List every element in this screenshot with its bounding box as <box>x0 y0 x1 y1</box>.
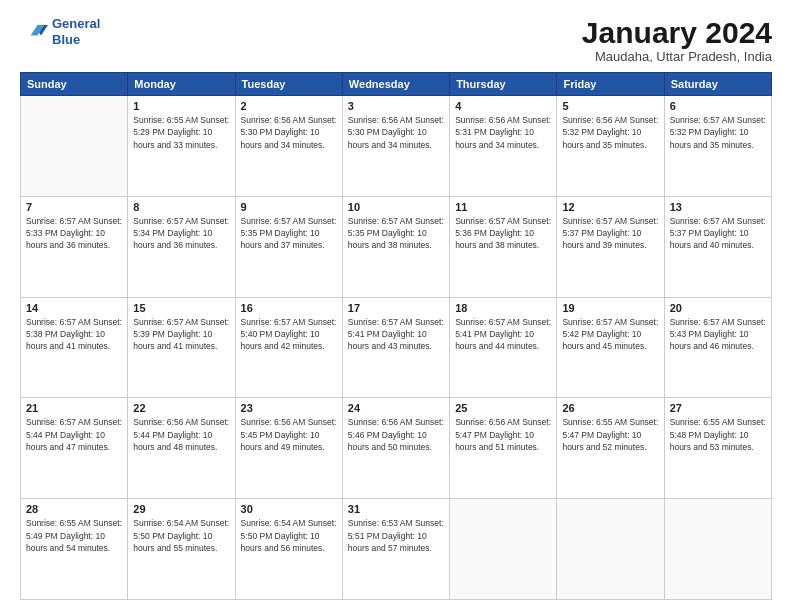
day-info: Sunrise: 6:55 AM Sunset: 5:47 PM Dayligh… <box>562 416 658 453</box>
day-cell <box>21 96 128 197</box>
day-cell: 26Sunrise: 6:55 AM Sunset: 5:47 PM Dayli… <box>557 398 664 499</box>
day-cell: 18Sunrise: 6:57 AM Sunset: 5:41 PM Dayli… <box>450 297 557 398</box>
day-number: 5 <box>562 100 658 112</box>
day-cell: 25Sunrise: 6:56 AM Sunset: 5:47 PM Dayli… <box>450 398 557 499</box>
calendar-body: 1Sunrise: 6:55 AM Sunset: 5:29 PM Daylig… <box>21 96 772 600</box>
week-row-4: 28Sunrise: 6:55 AM Sunset: 5:49 PM Dayli… <box>21 499 772 600</box>
day-number: 30 <box>241 503 337 515</box>
day-cell: 19Sunrise: 6:57 AM Sunset: 5:42 PM Dayli… <box>557 297 664 398</box>
day-info: Sunrise: 6:57 AM Sunset: 5:32 PM Dayligh… <box>670 114 766 151</box>
day-number: 21 <box>26 402 122 414</box>
day-info: Sunrise: 6:57 AM Sunset: 5:35 PM Dayligh… <box>348 215 444 252</box>
weekday-header-tuesday: Tuesday <box>235 73 342 96</box>
day-cell <box>664 499 771 600</box>
day-number: 1 <box>133 100 229 112</box>
week-row-0: 1Sunrise: 6:55 AM Sunset: 5:29 PM Daylig… <box>21 96 772 197</box>
day-info: Sunrise: 6:55 AM Sunset: 5:29 PM Dayligh… <box>133 114 229 151</box>
day-info: Sunrise: 6:57 AM Sunset: 5:37 PM Dayligh… <box>670 215 766 252</box>
calendar-table: SundayMondayTuesdayWednesdayThursdayFrid… <box>20 72 772 600</box>
day-cell: 2Sunrise: 6:56 AM Sunset: 5:30 PM Daylig… <box>235 96 342 197</box>
day-number: 4 <box>455 100 551 112</box>
day-cell: 1Sunrise: 6:55 AM Sunset: 5:29 PM Daylig… <box>128 96 235 197</box>
day-cell: 10Sunrise: 6:57 AM Sunset: 5:35 PM Dayli… <box>342 196 449 297</box>
day-info: Sunrise: 6:57 AM Sunset: 5:44 PM Dayligh… <box>26 416 122 453</box>
day-info: Sunrise: 6:57 AM Sunset: 5:38 PM Dayligh… <box>26 316 122 353</box>
day-cell: 13Sunrise: 6:57 AM Sunset: 5:37 PM Dayli… <box>664 196 771 297</box>
day-number: 16 <box>241 302 337 314</box>
day-info: Sunrise: 6:56 AM Sunset: 5:30 PM Dayligh… <box>241 114 337 151</box>
day-info: Sunrise: 6:53 AM Sunset: 5:51 PM Dayligh… <box>348 517 444 554</box>
day-cell: 20Sunrise: 6:57 AM Sunset: 5:43 PM Dayli… <box>664 297 771 398</box>
day-number: 13 <box>670 201 766 213</box>
day-info: Sunrise: 6:57 AM Sunset: 5:41 PM Dayligh… <box>348 316 444 353</box>
page: General Blue January 2024 Maudaha, Uttar… <box>0 0 792 612</box>
day-info: Sunrise: 6:55 AM Sunset: 5:48 PM Dayligh… <box>670 416 766 453</box>
logo-line1: General <box>52 16 100 31</box>
day-number: 18 <box>455 302 551 314</box>
day-number: 28 <box>26 503 122 515</box>
day-number: 29 <box>133 503 229 515</box>
day-cell <box>557 499 664 600</box>
day-number: 24 <box>348 402 444 414</box>
subtitle: Maudaha, Uttar Pradesh, India <box>582 49 772 64</box>
day-info: Sunrise: 6:56 AM Sunset: 5:44 PM Dayligh… <box>133 416 229 453</box>
day-info: Sunrise: 6:57 AM Sunset: 5:43 PM Dayligh… <box>670 316 766 353</box>
day-cell: 31Sunrise: 6:53 AM Sunset: 5:51 PM Dayli… <box>342 499 449 600</box>
day-info: Sunrise: 6:57 AM Sunset: 5:41 PM Dayligh… <box>455 316 551 353</box>
weekday-header-row: SundayMondayTuesdayWednesdayThursdayFrid… <box>21 73 772 96</box>
logo: General Blue <box>20 16 100 47</box>
day-cell: 23Sunrise: 6:56 AM Sunset: 5:45 PM Dayli… <box>235 398 342 499</box>
logo-icon <box>20 18 48 46</box>
logo-line2: Blue <box>52 32 80 47</box>
day-cell: 3Sunrise: 6:56 AM Sunset: 5:30 PM Daylig… <box>342 96 449 197</box>
day-number: 10 <box>348 201 444 213</box>
day-cell: 16Sunrise: 6:57 AM Sunset: 5:40 PM Dayli… <box>235 297 342 398</box>
day-info: Sunrise: 6:56 AM Sunset: 5:32 PM Dayligh… <box>562 114 658 151</box>
weekday-header-sunday: Sunday <box>21 73 128 96</box>
day-number: 14 <box>26 302 122 314</box>
day-cell: 28Sunrise: 6:55 AM Sunset: 5:49 PM Dayli… <box>21 499 128 600</box>
day-number: 3 <box>348 100 444 112</box>
day-cell: 5Sunrise: 6:56 AM Sunset: 5:32 PM Daylig… <box>557 96 664 197</box>
weekday-header-monday: Monday <box>128 73 235 96</box>
day-info: Sunrise: 6:55 AM Sunset: 5:49 PM Dayligh… <box>26 517 122 554</box>
weekday-header-friday: Friday <box>557 73 664 96</box>
day-info: Sunrise: 6:57 AM Sunset: 5:40 PM Dayligh… <box>241 316 337 353</box>
weekday-header-wednesday: Wednesday <box>342 73 449 96</box>
logo-text: General Blue <box>52 16 100 47</box>
day-number: 12 <box>562 201 658 213</box>
day-info: Sunrise: 6:56 AM Sunset: 5:45 PM Dayligh… <box>241 416 337 453</box>
day-cell: 21Sunrise: 6:57 AM Sunset: 5:44 PM Dayli… <box>21 398 128 499</box>
day-info: Sunrise: 6:57 AM Sunset: 5:35 PM Dayligh… <box>241 215 337 252</box>
day-number: 23 <box>241 402 337 414</box>
day-info: Sunrise: 6:54 AM Sunset: 5:50 PM Dayligh… <box>133 517 229 554</box>
day-info: Sunrise: 6:56 AM Sunset: 5:46 PM Dayligh… <box>348 416 444 453</box>
day-info: Sunrise: 6:57 AM Sunset: 5:33 PM Dayligh… <box>26 215 122 252</box>
day-info: Sunrise: 6:57 AM Sunset: 5:37 PM Dayligh… <box>562 215 658 252</box>
day-number: 2 <box>241 100 337 112</box>
day-number: 15 <box>133 302 229 314</box>
day-info: Sunrise: 6:57 AM Sunset: 5:42 PM Dayligh… <box>562 316 658 353</box>
day-info: Sunrise: 6:57 AM Sunset: 5:34 PM Dayligh… <box>133 215 229 252</box>
day-number: 20 <box>670 302 766 314</box>
day-cell: 30Sunrise: 6:54 AM Sunset: 5:50 PM Dayli… <box>235 499 342 600</box>
week-row-2: 14Sunrise: 6:57 AM Sunset: 5:38 PM Dayli… <box>21 297 772 398</box>
day-cell: 14Sunrise: 6:57 AM Sunset: 5:38 PM Dayli… <box>21 297 128 398</box>
day-info: Sunrise: 6:56 AM Sunset: 5:31 PM Dayligh… <box>455 114 551 151</box>
day-cell: 15Sunrise: 6:57 AM Sunset: 5:39 PM Dayli… <box>128 297 235 398</box>
day-number: 25 <box>455 402 551 414</box>
day-cell: 17Sunrise: 6:57 AM Sunset: 5:41 PM Dayli… <box>342 297 449 398</box>
main-title: January 2024 <box>582 16 772 49</box>
weekday-header-thursday: Thursday <box>450 73 557 96</box>
day-number: 26 <box>562 402 658 414</box>
weekday-header-saturday: Saturday <box>664 73 771 96</box>
day-info: Sunrise: 6:57 AM Sunset: 5:36 PM Dayligh… <box>455 215 551 252</box>
day-cell: 12Sunrise: 6:57 AM Sunset: 5:37 PM Dayli… <box>557 196 664 297</box>
day-cell: 27Sunrise: 6:55 AM Sunset: 5:48 PM Dayli… <box>664 398 771 499</box>
day-number: 19 <box>562 302 658 314</box>
day-info: Sunrise: 6:56 AM Sunset: 5:30 PM Dayligh… <box>348 114 444 151</box>
day-cell: 24Sunrise: 6:56 AM Sunset: 5:46 PM Dayli… <box>342 398 449 499</box>
day-number: 17 <box>348 302 444 314</box>
day-number: 9 <box>241 201 337 213</box>
day-info: Sunrise: 6:54 AM Sunset: 5:50 PM Dayligh… <box>241 517 337 554</box>
